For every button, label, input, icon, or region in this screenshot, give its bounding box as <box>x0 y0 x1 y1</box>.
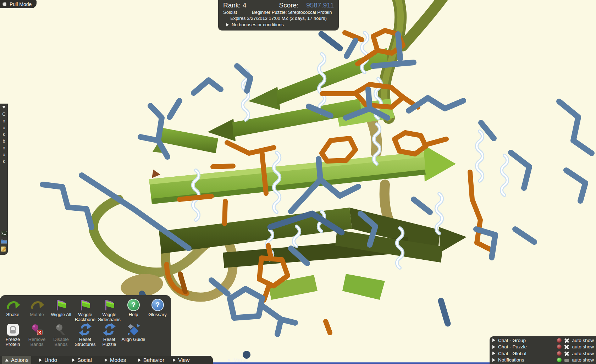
menu-tab-label: Modes <box>110 357 126 363</box>
glossary-button[interactable]: ? Glossary <box>145 298 170 322</box>
auto-show-checked-icon[interactable] <box>564 344 569 349</box>
puzzle-title: Beginner Puzzle: Streptococcal Protein <box>252 10 332 15</box>
lock-icon <box>7 323 19 336</box>
conditions-label: No bonuses or conditions <box>232 22 284 27</box>
reset-structures-label: Reset Structures <box>73 337 97 347</box>
triangle-right-icon <box>228 358 231 362</box>
menu-tab-label: Behavior <box>143 357 164 363</box>
rank-label: Rank: 4 <box>223 1 246 9</box>
chat-row-label: Chat - Puzzle <box>498 344 527 349</box>
help-question-icon: ? <box>127 298 140 311</box>
menu-tab-label: Social <box>77 357 92 363</box>
shake-button[interactable]: Shake <box>1 298 25 322</box>
mutate-button[interactable]: Mutate <box>25 298 49 322</box>
triangle-right-icon <box>226 23 229 27</box>
auto-show-checked-icon[interactable] <box>564 351 569 356</box>
triangle-right-icon <box>72 358 75 362</box>
remove-bands-button[interactable]: Remove Bands <box>25 323 49 347</box>
pull-hand-icon <box>2 1 7 7</box>
status-ball-red-icon <box>557 344 562 349</box>
foldit-game-window: { "pull_mode": { "label": "Pull Mode" },… <box>0 0 596 364</box>
status-ball-red-icon <box>557 351 562 356</box>
cookbook-tab[interactable]: Cookbook <box>0 104 8 255</box>
reset-arrows-icon <box>79 323 92 336</box>
triangle-up-icon <box>5 359 9 362</box>
notepad-edit-icon[interactable] <box>1 246 7 252</box>
wiggle-flag-icon <box>102 298 116 311</box>
chat-row-puzzle[interactable]: Chat - Puzzle auto show <box>492 344 594 350</box>
status-ball-red-icon <box>557 338 562 343</box>
triangle-right-icon <box>173 358 176 362</box>
glossary-question-icon: ? <box>151 298 164 311</box>
pushpin-remove-icon <box>30 323 44 336</box>
reset-structures-button[interactable]: Reset Structures <box>73 323 97 347</box>
auto-show-label: auto show <box>572 338 594 343</box>
wiggle-backbone-label: Wiggle Backbone <box>73 312 97 322</box>
terminal-icon[interactable] <box>1 231 7 236</box>
chat-row-label: Chat - Group <box>498 338 526 343</box>
reset-puzzle-label: Reset Puzzle <box>97 337 121 347</box>
wiggle-flag-icon <box>78 298 92 311</box>
triangle-right-icon <box>105 358 107 362</box>
shake-arrow-icon <box>6 298 20 311</box>
menu-tab-actions[interactable]: Actions <box>2 356 31 364</box>
auto-show-label: auto show <box>572 357 594 363</box>
align-guide-label: Align Guide <box>121 337 145 342</box>
mutate-label: Mutate <box>30 312 44 317</box>
score-panel: Rank: 4 Score: 9587.911 Soloist Beginner… <box>218 0 339 31</box>
triangle-right-icon <box>492 352 495 355</box>
pull-mode-button[interactable]: Pull Mode <box>0 0 37 8</box>
menu-tab-label: Actions <box>11 357 28 363</box>
wiggle-sidechains-label: Wiggle Sidechains <box>97 312 121 322</box>
freeze-protein-label: Freeze Protein <box>1 337 25 347</box>
menu-tab-social[interactable]: Social <box>69 356 95 364</box>
conditions-row[interactable]: No bonuses or conditions <box>223 22 334 27</box>
triangle-right-icon <box>492 358 495 362</box>
remove-bands-label: Remove Bands <box>25 337 49 347</box>
help-button[interactable]: ? Help <box>121 298 145 322</box>
reset-puzzle-button[interactable]: Reset Puzzle <box>97 323 121 347</box>
menu-tab-modes[interactable]: Modes <box>102 356 129 364</box>
wiggle-all-button[interactable]: Wiggle All <box>49 298 73 322</box>
wiggle-backbone-button[interactable]: Wiggle Backbone <box>73 298 97 322</box>
menu-tab-label: Undo <box>44 357 57 363</box>
disable-bands-label: Disable Bands <box>49 337 73 347</box>
chat-row-notifications[interactable]: Notifications auto show <box>492 357 594 363</box>
wiggle-sidechains-button[interactable]: Wiggle Sidechains <box>97 298 121 322</box>
wiggle-flag-icon <box>54 298 68 311</box>
menu-tab-view[interactable]: View <box>170 356 192 364</box>
mutate-arrow-icon <box>30 298 44 311</box>
auto-show-checked-icon[interactable] <box>564 338 569 343</box>
pushpin-disabled-icon <box>54 323 68 336</box>
chat-row-label: Notifications <box>498 357 524 363</box>
wiggle-all-label: Wiggle All <box>51 312 71 317</box>
folder-icon[interactable] <box>1 239 7 244</box>
status-ball-green-icon <box>557 358 562 362</box>
chat-panel: Chat - Group auto show Chat - Puzzle aut… <box>490 336 596 364</box>
chat-row-label: Chat - Global <box>498 351 526 356</box>
align-guide-button[interactable]: Align Guide <box>121 323 145 347</box>
triangle-right-icon <box>39 358 42 362</box>
menu-tab-undo[interactable]: Undo <box>36 356 60 364</box>
triangle-right-icon <box>492 345 495 349</box>
auto-show-label: auto show <box>572 351 594 356</box>
chat-row-global[interactable]: Chat - Global auto show <box>492 350 594 357</box>
triangle-down-icon <box>2 106 6 109</box>
reset-arrows-icon <box>103 323 116 336</box>
pull-mode-label: Pull Mode <box>10 1 32 7</box>
score-label: Score: <box>279 1 298 9</box>
align-diamond-icon <box>127 323 140 336</box>
menu-tab-menu[interactable]: Menu <box>225 356 249 364</box>
score-value: 9587.911 <box>306 1 334 9</box>
expires-label: Expires 3/27/2013 17:00 MZ (2 days, 17 h… <box>223 16 334 21</box>
help-label: Help <box>129 312 138 317</box>
auto-show-unchecked-icon[interactable] <box>564 359 569 362</box>
freeze-protein-button[interactable]: Freeze Protein <box>1 323 25 347</box>
glossary-label: Glossary <box>148 312 166 317</box>
disable-bands-button[interactable]: Disable Bands <box>49 323 73 347</box>
menu-tab-behavior[interactable]: Behavior <box>135 356 167 364</box>
triangle-right-icon <box>138 358 141 362</box>
menu-tab-label: View <box>178 357 189 363</box>
chat-row-group[interactable]: Chat - Group auto show <box>492 337 594 343</box>
actions-palette: Shake Mutate Wiggle All <box>0 295 171 356</box>
